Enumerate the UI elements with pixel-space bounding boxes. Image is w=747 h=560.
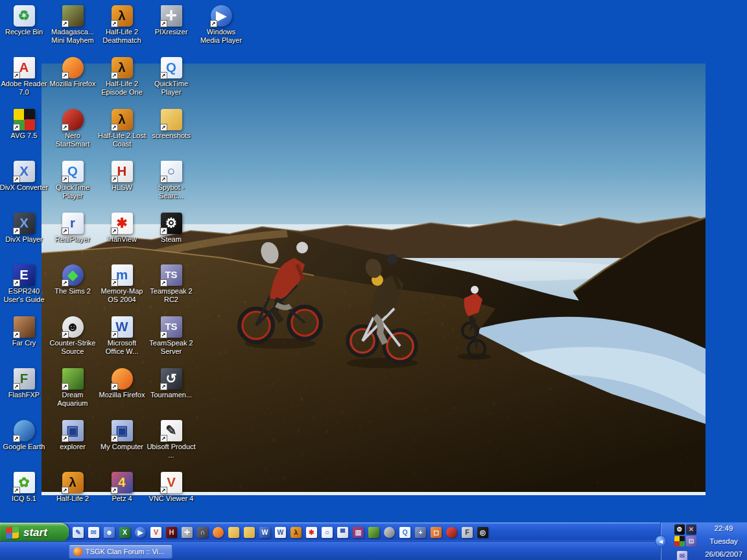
outlook-express-icon[interactable]: ✉ [88,527,99,538]
desktop-icon-google-earth[interactable]: ↗Google Earth [0,420,49,451]
folder-icon[interactable] [228,527,239,538]
word-icon[interactable]: W [259,527,270,538]
desktop-icon-half-life-2-lost-coast[interactable]: λ↗Half-Life 2 Lost Coast [97,109,147,148]
half-life2-icon[interactable]: λ [290,527,302,538]
firefox-icon [73,547,82,556]
spybot-icon[interactable]: ○ [322,527,333,538]
desktop-icon-windows-media-player[interactable]: ▶↗Windows Media Player [196,5,246,45]
desktop-icon-label: Ubisoft Product ... [147,443,196,460]
nero-icon[interactable] [446,527,457,538]
desktop-icon-irfanview[interactable]: ✱↗IrfanView [97,213,147,244]
pixresizer-icon[interactable]: ✛ [182,527,193,538]
xfire-tray-icon[interactable]: ✕ [686,524,696,535]
desktop-icon-label: Half-Life 2 Deathmatch [97,28,147,45]
quicktime-icon[interactable]: Q [399,527,410,538]
desktop-icon-label: Windows Media Player [196,28,246,45]
shortcut-arrow-icon: ↗ [62,228,69,235]
steam-tray-icon[interactable]: ⚙ [674,524,685,535]
taskbar: start ✎✉☻X▶VH✛∩WWλ✱○▀▥Q+◻F◎ TSGK Clan Fo… [0,522,747,560]
shortcut-arrow-icon: ↗ [13,176,20,183]
start-button[interactable]: start [0,523,69,542]
desktop-icon-pixresizer[interactable]: ✛↗PIXresizer [147,5,196,36]
desktop-icon-label: ESPR240 User's Guide [0,287,49,304]
desktop-icon-label: screenshots [147,132,196,140]
dream-aquarium-icon[interactable] [368,527,379,538]
excel-icon[interactable]: X [119,527,130,538]
desktop-icon-divx-player[interactable]: X↗DivX Player [0,213,49,244]
desktop-icon-teamspeak-2-rc2[interactable]: TS↗Teamspeak 2 RC2 [147,264,196,304]
tournament-orange-icon[interactable]: ◻ [431,527,442,538]
desktop-icon-screenshots-folder[interactable]: ↗screenshots [147,109,196,140]
flashfxp-icon[interactable]: F [462,527,473,538]
desktop-icon-spybot-search[interactable]: ○↗Spybot - Searc... [147,161,196,200]
shortcut-arrow-icon: ↗ [160,124,167,131]
desktop-icon-steam[interactable]: ⚙↗Steam [147,213,196,244]
winrar-icon[interactable]: ▥ [353,527,364,538]
avg-tray-icon[interactable] [674,536,685,546]
divx-icon[interactable] [384,527,395,538]
taskbar-window-button[interactable]: TSGK Clan Forum :: Vi... [69,544,172,559]
tray-icon-grid: ⚙✕⊡ [674,524,697,547]
shortcut-arrow-icon: ↗ [13,435,20,442]
desktop-icon-adobe-reader[interactable]: A↗Adobe Reader 7.0 [0,57,49,97]
shortcut-arrow-icon: ↗ [111,487,118,494]
shortcut-arrow-icon: ↗ [160,435,167,442]
desktop-icon-flashfxp[interactable]: F↗FlashFXP [0,368,49,399]
desktop-icon-mozilla-firefox-2[interactable]: ↗Mozilla Firefox [97,368,147,399]
desktop-icon-teamspeak-2-server[interactable]: TS↗TeamSpeak 2 Server [147,316,196,356]
desktop-icon-recycle-bin[interactable]: ♻Recycle Bin [0,5,49,36]
desktop-icon-label: Counter-Strike Source [48,339,97,356]
vnc-icon[interactable]: V [150,527,161,538]
desktop-icon-divx-converter[interactable]: X↗DivX Converter [0,161,49,192]
windows-flag-icon [6,526,19,539]
desktop-icon-tournament[interactable]: ↺↗Tournamen... [147,368,196,399]
teamspeak-icon[interactable]: ∩ [197,527,208,538]
desktop-icon-madagascar-mini-mayhem[interactable]: ↗Madagasca... Mini Mayhem [48,5,97,45]
shortcut-arrow-icon: ↗ [160,228,167,235]
desktop-icon-label: Memory-Map OS 2004 [97,287,147,304]
irfanview-icon[interactable]: ✱ [306,527,317,538]
tray-collapse-chevron-icon[interactable]: ◀ [655,535,667,547]
desktop-icon-nero-startsmart[interactable]: ↗Nero StartSmart [48,109,97,148]
desktop-icon-counter-strike-source[interactable]: ☻↗Counter-Strike Source [48,316,97,356]
desktop-icon-dream-aquarium[interactable]: ↗Dream Aquarium [48,368,97,408]
desktop-icon-explorer[interactable]: ▣↗explorer [48,420,97,451]
command-window-icon[interactable]: ▀ [337,527,348,538]
desktop-icon-realplayer[interactable]: r↗RealPlayer [48,213,97,244]
desktop-icon-half-life-2[interactable]: λ↗Half-Life 2 [48,472,97,503]
folder-icon-2[interactable] [244,527,255,538]
desktop-icon-my-computer[interactable]: ▣↗My Computer [97,420,147,451]
desktop-icon-half-life-2-episode-one[interactable]: λ↗Half-Life 2 Episode One [97,57,147,97]
shortcut-arrow-icon: ↗ [62,435,69,442]
desktop-icon-the-sims-2[interactable]: ◆↗The Sims 2 [48,264,97,296]
shortcut-arrow-icon: ↗ [62,124,69,131]
desktop-icon-ubisoft-product[interactable]: ✎↗Ubisoft Product ... [147,420,196,460]
messenger-icon[interactable]: ☻ [104,527,115,538]
desktop-icon-avg-75[interactable]: ↗AVG 7.5 [0,109,49,140]
desktop-icon-quicktime-player-2[interactable]: Q↗QuickTime Player [147,57,196,97]
desktop-icon-memory-map-os-2004[interactable]: m↗Memory-Map OS 2004 [97,264,147,304]
desktop-icon-half-life-2-deathmatch[interactable]: λ↗Half-Life 2 Deathmatch [97,5,147,45]
pixresizer-tile-icon[interactable]: + [415,527,426,538]
desktop-icon-label: Spybot - Searc... [147,183,196,200]
steam-gear-icon[interactable]: ◎ [477,527,488,538]
network-tray-icon[interactable]: ⊡ [686,536,696,546]
media-player-icon[interactable]: ▶ [135,527,146,538]
hlsw-icon[interactable]: H [166,527,177,538]
show-desktop-icon[interactable]: ✎ [73,527,84,538]
word-doc-icon[interactable]: W [275,527,286,538]
desktop-icon-microsoft-office-word[interactable]: W↗Microsoft Office W... [97,316,147,356]
desktop-icon-petz-4[interactable]: 4↗Petz 4 [97,472,147,503]
shortcut-arrow-icon: ↗ [13,383,20,390]
desktop-icon-far-cry[interactable]: ↗Far Cry [0,316,49,347]
taskbar-row-top: start ✎✉☻X▶VH✛∩WWλ✱○▀▥Q+◻F◎ [0,522,747,541]
firefox-icon[interactable] [213,527,224,538]
desktop-icon-quicktime-player-desk[interactable]: Q↗QuickTime Player [48,161,97,200]
shortcut-arrow-icon: ↗ [160,383,167,390]
desktop-icon-icq-51[interactable]: ✿↗ICQ 5.1 [0,472,49,503]
desktop-icon-vnc-viewer-4[interactable]: V↗VNC Viewer 4 [147,472,196,503]
desktop-icon-espr240-users-guide[interactable]: E↗ESPR240 User's Guide [0,264,49,304]
mail-tray-icon[interactable]: ✉ [677,551,687,560]
desktop-icon-mozilla-firefox[interactable]: ↗Mozilla Firefox [48,57,97,88]
desktop-icon-hlsw[interactable]: H↗HLSW [97,161,147,192]
